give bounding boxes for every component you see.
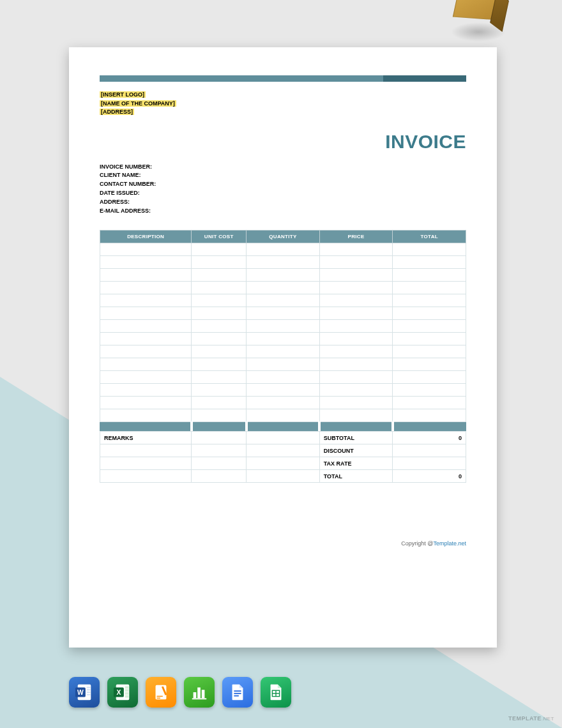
col-unit-cost: UNIT COST <box>192 231 247 243</box>
remarks-cell <box>247 444 320 457</box>
svg-rect-4 <box>87 689 91 690</box>
table-row <box>100 397 466 409</box>
table-cell <box>192 384 247 397</box>
summary-row: TOTAL0 <box>100 470 466 483</box>
table-cell <box>247 384 320 397</box>
table-cell <box>192 333 247 345</box>
meta-address: ADDRESS: <box>100 198 466 207</box>
table-row <box>100 243 466 256</box>
summary-label: TAX RATE <box>319 457 393 470</box>
table-cell <box>247 320 320 333</box>
table-cell <box>192 269 247 282</box>
svg-rect-15 <box>156 696 162 697</box>
table-cell <box>192 397 247 409</box>
table-cell <box>192 256 247 269</box>
svg-rect-11 <box>125 689 129 692</box>
remarks-cell <box>247 470 320 483</box>
meta-invoice-number: INVOICE NUMBER: <box>100 163 466 172</box>
invoice-title: INVOICE <box>100 131 466 153</box>
table-cell <box>192 294 247 307</box>
table-cell <box>192 371 247 384</box>
table-cell <box>100 243 192 256</box>
table-cell <box>393 384 466 397</box>
remarks-cell <box>247 457 320 470</box>
table-cell <box>393 256 466 269</box>
svg-rect-12 <box>125 692 129 695</box>
summary-value <box>393 457 466 470</box>
svg-rect-22 <box>234 693 241 694</box>
table-cell <box>192 320 247 333</box>
col-description: DESCRIPTION <box>100 231 192 243</box>
table-row <box>100 320 466 333</box>
table-cell <box>393 269 466 282</box>
svg-rect-18 <box>197 688 201 699</box>
col-total: TOTAL <box>393 231 466 243</box>
table-cell <box>393 282 466 294</box>
remarks-cell <box>100 470 192 483</box>
google-sheets-icon <box>261 677 291 708</box>
decorative-object-icon <box>447 0 505 45</box>
remarks-cell <box>247 432 320 444</box>
svg-text:X: X <box>116 689 121 696</box>
remarks-cell <box>192 457 247 470</box>
table-cell <box>393 409 466 422</box>
remarks-cell <box>100 444 192 457</box>
table-cell <box>393 333 466 345</box>
company-placeholder-block: [INSERT LOGO] [NAME OF THE COMPANY] [ADD… <box>100 91 466 117</box>
table-cell <box>100 397 192 409</box>
table-cell <box>100 294 192 307</box>
invoice-meta-block: INVOICE NUMBER: CLIENT NAME: CONTACT NUM… <box>100 163 466 216</box>
table-cell <box>247 282 320 294</box>
logo-placeholder: [INSERT LOGO] <box>100 91 146 98</box>
table-row <box>100 371 466 384</box>
svg-rect-16 <box>156 697 160 698</box>
table-cell <box>319 243 393 256</box>
table-cell <box>393 320 466 333</box>
table-row <box>100 358 466 371</box>
table-row <box>100 345 466 358</box>
table-row <box>100 307 466 320</box>
table-cell <box>100 358 192 371</box>
table-cell <box>319 345 393 358</box>
address-placeholder: [ADDRESS] <box>100 109 134 115</box>
table-cell <box>100 345 192 358</box>
table-cell <box>100 371 192 384</box>
table-cell <box>247 256 320 269</box>
table-row <box>100 269 466 282</box>
table-cell <box>192 345 247 358</box>
summary-value <box>393 444 466 457</box>
summary-row: DISCOUNT <box>100 444 466 457</box>
table-cell <box>100 307 192 320</box>
svg-rect-20 <box>192 698 207 699</box>
google-docs-icon <box>222 677 253 708</box>
app-icon-row: W X <box>69 677 291 708</box>
summary-row: TAX RATE <box>100 457 466 470</box>
table-cell <box>319 294 393 307</box>
svg-rect-17 <box>194 692 197 698</box>
svg-rect-5 <box>87 692 91 693</box>
svg-rect-19 <box>202 690 205 698</box>
table-cell <box>319 269 393 282</box>
summary-label: DISCOUNT <box>319 444 393 457</box>
table-row <box>100 333 466 345</box>
svg-text:W: W <box>77 689 84 696</box>
table-cell <box>100 384 192 397</box>
table-row <box>100 409 466 422</box>
table-cell <box>393 307 466 320</box>
table-cell <box>100 282 192 294</box>
table-cell <box>247 294 320 307</box>
svg-rect-6 <box>87 694 91 695</box>
table-cell <box>247 243 320 256</box>
remarks-cell <box>192 470 247 483</box>
svg-rect-23 <box>234 695 239 697</box>
table-cell <box>319 282 393 294</box>
table-cell <box>247 358 320 371</box>
copyright-link[interactable]: Template.net <box>433 540 466 547</box>
copyright-line: Copyright @Template.net <box>100 540 466 547</box>
line-items-table: DESCRIPTION UNIT COST QUANTITY PRICE TOT… <box>100 230 466 431</box>
table-cell <box>393 294 466 307</box>
spacer-row <box>100 422 466 431</box>
top-accent-bar <box>100 75 466 82</box>
table-cell <box>393 345 466 358</box>
table-row <box>100 384 466 397</box>
